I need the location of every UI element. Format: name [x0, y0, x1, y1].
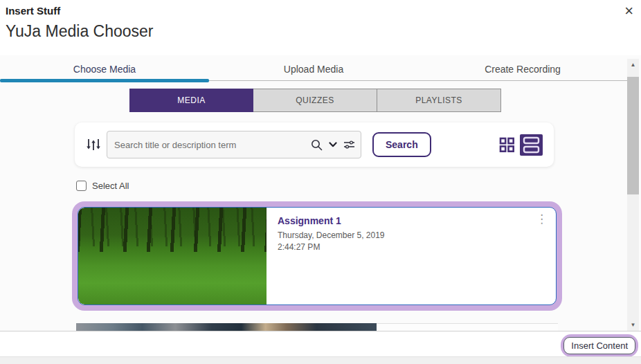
search-field-icons: [311, 131, 355, 158]
grid-view-icon[interactable]: [498, 136, 516, 154]
media-title: Assignment 1: [278, 215, 545, 226]
list-view-icon[interactable]: [520, 134, 543, 156]
magnifier-icon[interactable]: [311, 139, 323, 151]
media-time: 2:44:27 PM: [278, 242, 545, 253]
close-icon[interactable]: ×: [624, 3, 633, 19]
subtab-bar: MEDIA QUIZZES PLAYLISTS: [129, 89, 501, 112]
select-all-label: Select All: [92, 181, 129, 191]
select-all-checkbox[interactable]: [76, 181, 87, 191]
media-chooser-frame: Choose Media Upload Media Create Recordi…: [0, 55, 641, 331]
view-toggle: [498, 134, 543, 156]
subtab-playlists[interactable]: PLAYLISTS: [377, 89, 501, 112]
media-item-highlight: Assignment 1 Thursday, December 5, 2019 …: [72, 201, 562, 311]
dialog-footer: Insert Content: [0, 332, 641, 356]
media-meta: Assignment 1 Thursday, December 5, 2019 …: [267, 208, 556, 304]
search-field: [107, 131, 361, 158]
dialog-title: Insert Stuff: [6, 5, 60, 17]
chevron-down-icon[interactable]: [329, 142, 337, 147]
subtab-quizzes[interactable]: QUIZZES: [253, 89, 377, 112]
insert-content-highlight: Insert Content: [561, 334, 638, 357]
search-input[interactable]: [107, 131, 280, 158]
media-thumbnail: [78, 208, 267, 304]
filter-sliders-icon[interactable]: [343, 140, 355, 149]
next-media-item-partial: [377, 323, 558, 331]
tab-create-recording[interactable]: Create Recording: [418, 61, 627, 80]
tab-bar: Choose Media Upload Media Create Recordi…: [0, 61, 627, 81]
subtab-media[interactable]: MEDIA: [129, 89, 253, 112]
media-item-assignment-1[interactable]: Assignment 1 Thursday, December 5, 2019 …: [78, 207, 557, 305]
sort-icon[interactable]: [86, 136, 101, 153]
select-all-row: Select All: [76, 181, 129, 191]
next-media-thumbnail-partial: [76, 323, 377, 331]
search-toolbar: Search: [75, 122, 554, 167]
page-title: YuJa Media Chooser: [6, 22, 154, 41]
scroll-up-arrow[interactable]: ▲: [627, 59, 639, 71]
page-background-strip: [0, 356, 641, 364]
search-button[interactable]: Search: [372, 132, 431, 157]
tab-upload-media[interactable]: Upload Media: [209, 61, 418, 80]
insert-content-button[interactable]: Insert Content: [563, 337, 635, 354]
scrollbar: ▲ ▼: [627, 59, 639, 331]
insert-stuff-dialog: Insert Stuff × YuJa Media Chooser Choose…: [0, 0, 641, 364]
kebab-menu-icon[interactable]: ⋮: [536, 213, 548, 226]
scroll-down-arrow[interactable]: ▼: [627, 319, 639, 331]
tab-choose-media[interactable]: Choose Media: [0, 61, 209, 80]
scrollbar-thumb[interactable]: [627, 77, 639, 194]
media-date: Thursday, December 5, 2019: [278, 230, 545, 242]
